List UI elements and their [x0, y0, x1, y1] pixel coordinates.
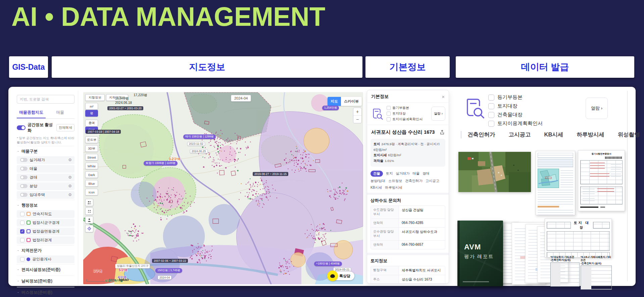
close-icon[interactable]: × [442, 94, 445, 99]
page-title: AI • DATA MANAGEMENT [11, 1, 325, 32]
tab-notice[interactable]: 고시공고 [509, 131, 531, 138]
sidebar-section-convenience[interactable]: -편의시설정보(준비중) [17, 264, 75, 275]
land-table: 행정구역제주특별자치도 서귀포시 주소성산읍 수산리 1673 고도69.74m… [370, 266, 445, 284]
issue-check-building-ledger[interactable]: 건축물대장 [488, 112, 543, 118]
chk-row-eupmyeondong[interactable]: 법정읍면동경계 [17, 228, 75, 235]
skyview-button[interactable]: 스카이뷰 [341, 97, 362, 106]
zoom-out-button[interactable]: − [353, 116, 361, 123]
total-price-button[interactable]: 총액 [85, 120, 98, 126]
group-layer-button[interactable] [85, 207, 93, 215]
terrain-info-button[interactable]: 지형정보 [85, 94, 105, 101]
tab-satellite[interactable]: 위성촬영 [618, 131, 640, 138]
toggle-row-real-price[interactable]: 실거래가⚙ [17, 156, 75, 164]
tab-land[interactable]: 토지 [386, 171, 393, 176]
eupmyeondong-checkbox[interactable] [20, 229, 24, 234]
view-button[interactable]: 열람 › [431, 107, 445, 121]
street-style-button[interactable]: Street [85, 154, 98, 161]
checkbox[interactable] [488, 112, 494, 118]
toggle-row-presale[interactable]: 분양⚙ [17, 182, 75, 190]
auction-toggle[interactable] [20, 175, 28, 179]
sidebar-section-product[interactable]: -매물구분 [17, 146, 75, 156]
spatial-info-toggle[interactable] [17, 125, 26, 130]
issue-check-land-ledger[interactable]: 토지대장 [488, 103, 543, 109]
tab-ownership[interactable]: 소유정보 [388, 179, 402, 183]
land-section-title: 토지정보 [367, 255, 449, 265]
doc-check-land-ledger[interactable]: 토지대장 [387, 111, 429, 116]
tab-composite-map[interactable]: 매물종합지도 [17, 107, 46, 118]
tab-harubang-price[interactable]: 하루방시세 [385, 185, 402, 190]
issue-check-registry[interactable]: 등기부등본 [488, 94, 543, 101]
tab-kb-price[interactable]: KB시세 [544, 131, 563, 138]
unit-m2-button[interactable]: m² [85, 103, 98, 110]
issue-view-button[interactable]: 열람 › [586, 98, 608, 119]
tab-harubang-price[interactable]: 하루방시세 [577, 131, 604, 138]
chk-row-agent[interactable]: 공인중개사 [17, 255, 75, 263]
ri-checkbox[interactable] [20, 238, 24, 242]
tab-building-permit[interactable]: 건축인허가 [405, 179, 422, 183]
gear-icon[interactable]: ⚙ [68, 184, 72, 188]
dark-style-button[interactable]: Dark [85, 171, 98, 178]
gear-icon[interactable]: ⚙ [68, 175, 72, 180]
doc-check-registry[interactable]: 등기부등본 [387, 106, 429, 110]
chk-row-sigungu[interactable]: 법정시군구경계 [17, 219, 75, 227]
toggle-row-rental[interactable]: 임대주택⚙ [17, 191, 75, 199]
sidebar-section-expert[interactable]: -지역전문가 [17, 245, 75, 255]
tab-building-permit[interactable]: 건축인허가 [467, 131, 495, 138]
locate-button[interactable] [85, 225, 93, 232]
tab-real-price[interactable]: 실거래가 [396, 171, 409, 176]
share-icon[interactable] [440, 130, 445, 135]
eupmyeondong-legend [27, 229, 31, 233]
sidebar-section-weather[interactable]: -날씨정보(준비중) [17, 276, 75, 286]
map-zone-label: 5구역 [119, 268, 128, 273]
map-area[interactable]: 지형정보 지적편집도 m² 평 총액 단가 로드뷰 3D뷰 Street Whi… [83, 92, 363, 284]
unit-pyeong-button[interactable]: 평 [85, 110, 98, 117]
tab-listings[interactable]: 매물 [46, 107, 75, 118]
listing-toggle[interactable] [20, 167, 28, 171]
gear-icon[interactable]: ⚙ [68, 158, 72, 162]
header-box-map-info: 지도정보 [52, 56, 362, 78]
roadview-button[interactable]: 로드뷰 [85, 136, 98, 143]
checkbox[interactable] [488, 103, 494, 109]
sigungu-checkbox[interactable] [20, 221, 24, 225]
checkbox[interactable] [387, 117, 391, 121]
toggle-row-listing[interactable]: 매물 [17, 165, 75, 173]
gear-icon[interactable]: ⚙ [68, 192, 72, 197]
map-canvas[interactable] [83, 92, 363, 284]
people-layer-button[interactable] [85, 199, 93, 206]
checkbox[interactable] [387, 106, 391, 110]
map-label: 2024-04 [231, 95, 251, 102]
tab-presale-rental[interactable]: 분양/임대 [370, 179, 385, 183]
cadastral-checkbox[interactable] [20, 212, 24, 216]
chat-consult-button[interactable]: 톡상담 [329, 272, 354, 280]
tab-notice[interactable]: 고시공고 [426, 179, 439, 183]
issue-check-landuse[interactable]: 토지이용계획확인서 [488, 120, 543, 127]
doc-check-landuse[interactable]: 토지이용계획확인서 [387, 117, 429, 122]
agent-checkbox[interactable] [20, 257, 24, 261]
chk-row-cadastral[interactable]: 연속지적도 [17, 210, 75, 218]
real-price-toggle[interactable] [20, 158, 28, 162]
rental-toggle[interactable] [20, 193, 28, 197]
map-label: 2001-02-27 ~ 2001-03-20 [107, 106, 143, 110]
tab-listing[interactable]: 매물 [412, 171, 419, 176]
sidebar-section-admin[interactable]: -행정정보 [17, 200, 75, 210]
tab-auction[interactable]: 경매 [423, 171, 430, 176]
zoom-in-button[interactable]: + [353, 108, 361, 116]
table-row: 수도관망 담당부서성산읍 건설팀 [371, 206, 445, 219]
tab-building[interactable]: 건물 [370, 171, 383, 177]
person-layer-button[interactable] [85, 216, 93, 224]
checkbox[interactable] [488, 95, 494, 101]
sidebar-section-bus[interactable]: -버스정보(준비중) [17, 287, 75, 297]
blue-style-button[interactable]: Blue [85, 180, 98, 187]
toggle-row-auction[interactable]: 경매⚙ [17, 174, 75, 181]
checkbox[interactable] [488, 121, 494, 127]
chk-row-ri[interactable]: 법정리경계 [17, 236, 75, 244]
map-view-button[interactable]: 지도 [328, 97, 341, 106]
clear-all-button[interactable]: 전체해제 [56, 124, 75, 131]
white-style-button[interactable]: White [85, 163, 98, 169]
checkbox[interactable] [387, 112, 391, 116]
3dview-button[interactable]: 3D뷰 [85, 145, 98, 152]
tab-kb-price[interactable]: KB시세 [370, 185, 382, 190]
search-input[interactable] [17, 95, 75, 104]
presale-toggle[interactable] [20, 184, 28, 188]
icon-style-button[interactable]: Icon [85, 189, 98, 195]
